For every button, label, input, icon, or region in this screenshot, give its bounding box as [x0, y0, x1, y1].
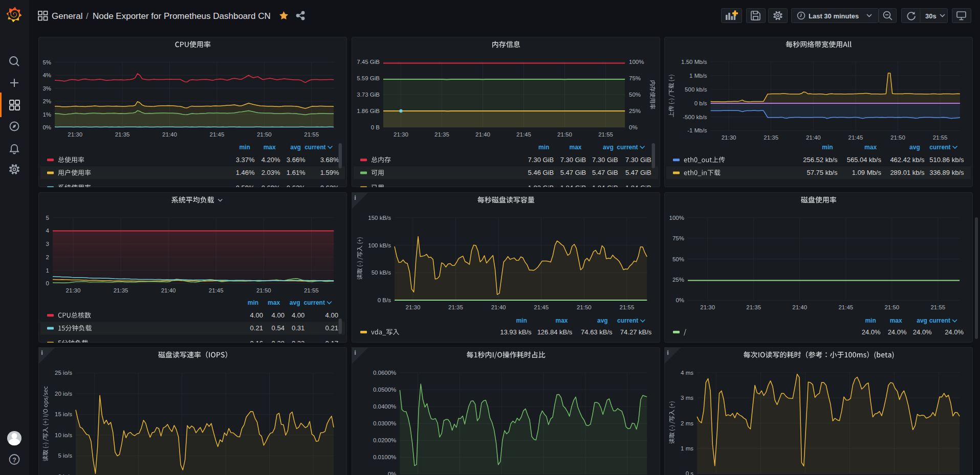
svg-text:21:45: 21:45 — [848, 134, 863, 141]
svg-text:21:35: 21:35 — [114, 287, 128, 293]
svg-text:21:30: 21:30 — [68, 131, 82, 138]
svg-text:21:50: 21:50 — [884, 304, 899, 310]
svg-text:0.54: 0.54 — [272, 324, 285, 332]
svg-text:21:55: 21:55 — [598, 131, 613, 138]
svg-text:0.0100%: 0.0100% — [373, 454, 396, 460]
svg-text:current: current — [617, 144, 638, 151]
svg-text:21:55: 21:55 — [933, 134, 948, 141]
svg-text:25 io/s: 25 io/s — [55, 370, 72, 376]
svg-text:i: i — [667, 349, 669, 356]
svg-text:100%: 100% — [669, 214, 684, 220]
svg-text:5.46 GiB: 5.46 GiB — [528, 169, 554, 176]
svg-text:2%: 2% — [42, 98, 51, 104]
svg-text:7.30 GiB: 7.30 GiB — [560, 156, 586, 164]
svg-text:21:30: 21:30 — [66, 287, 81, 293]
svg-text:21:40: 21:40 — [475, 131, 490, 138]
svg-text:21:30: 21:30 — [394, 131, 408, 138]
svg-text:4: 4 — [46, 228, 50, 234]
svg-text:max: max — [864, 144, 877, 151]
svg-text:21:35: 21:35 — [434, 131, 449, 138]
svg-text:1.09 Mb/s: 1.09 Mb/s — [852, 169, 882, 176]
svg-text:21:50: 21:50 — [257, 131, 272, 138]
svg-text:1.84 GiB: 1.84 GiB — [592, 184, 618, 187]
svg-text:126.84 kB/s: 126.84 kB/s — [537, 328, 573, 335]
svg-text:/: / — [86, 11, 89, 21]
svg-text:24.0%: 24.0% — [913, 328, 932, 335]
svg-text:0: 0 — [46, 280, 49, 286]
svg-text:21:45: 21:45 — [516, 131, 531, 138]
svg-text:336.89 kb/s: 336.89 kb/s — [929, 169, 964, 176]
svg-text:0.0600%: 0.0600% — [373, 370, 396, 376]
svg-text:-1 Mb/s: -1 Mb/s — [687, 127, 707, 133]
svg-text:?: ? — [12, 457, 16, 464]
svg-text:21:45: 21:45 — [210, 131, 225, 138]
svg-text:150 kB/s: 150 kB/s — [368, 214, 391, 220]
svg-text:1: 1 — [46, 267, 49, 273]
svg-text:7.45 GiB: 7.45 GiB — [357, 59, 380, 65]
svg-text:1 ms: 1 ms — [681, 445, 693, 451]
svg-text:75%: 75% — [629, 75, 641, 81]
svg-text:3.66%: 3.66% — [287, 156, 306, 164]
svg-text:7.30 GiB: 7.30 GiB — [592, 156, 618, 164]
svg-text:21:40: 21:40 — [162, 131, 177, 138]
svg-text:0.63%: 0.63% — [287, 184, 306, 187]
svg-text:21:45: 21:45 — [209, 287, 224, 293]
svg-text:0.21: 0.21 — [250, 324, 263, 332]
svg-text:21:30: 21:30 — [722, 134, 736, 141]
svg-text:4 ms: 4 ms — [681, 370, 693, 376]
svg-text:21:50: 21:50 — [577, 304, 592, 310]
svg-text:3 ms: 3 ms — [681, 395, 693, 401]
svg-text:0.21: 0.21 — [325, 324, 338, 332]
svg-text:24.0%: 24.0% — [888, 328, 907, 335]
svg-text:50 kB/s: 50 kB/s — [372, 269, 391, 276]
svg-text:min: min — [248, 299, 258, 306]
svg-text:min: min — [516, 317, 527, 324]
svg-text:1.84 GiB: 1.84 GiB — [560, 184, 586, 187]
svg-text:74.27 kB/s: 74.27 kB/s — [620, 328, 652, 335]
svg-text:3.37%: 3.37% — [236, 156, 255, 164]
svg-text:0.31: 0.31 — [292, 324, 304, 332]
svg-text:510.86 kb/s: 510.86 kb/s — [929, 156, 964, 164]
svg-text:min: min — [538, 144, 549, 151]
svg-text:1.61%: 1.61% — [287, 169, 306, 176]
svg-text:-500 kb/s: -500 kb/s — [683, 114, 707, 120]
svg-text:21:35: 21:35 — [764, 134, 778, 141]
svg-text:4.00: 4.00 — [292, 311, 304, 319]
svg-text:1.46%: 1.46% — [236, 169, 255, 176]
svg-text:21:35: 21:35 — [115, 131, 130, 138]
svg-text:0%: 0% — [676, 297, 684, 303]
svg-text:4.00: 4.00 — [325, 311, 338, 319]
svg-text:current: current — [304, 144, 325, 151]
svg-text:5 io/s: 5 io/s — [58, 453, 73, 459]
svg-text:0.59%: 0.59% — [236, 184, 255, 187]
svg-text:5.47 GiB: 5.47 GiB — [560, 169, 586, 176]
svg-text:avg: avg — [909, 144, 920, 151]
svg-text:0.17: 0.17 — [325, 339, 338, 342]
svg-text:21:50: 21:50 — [890, 134, 905, 141]
svg-text:1%: 1% — [42, 111, 51, 118]
svg-text:0 b/s: 0 b/s — [694, 100, 707, 106]
svg-text:21:55: 21:55 — [304, 287, 319, 293]
svg-text:0.22: 0.22 — [292, 339, 304, 342]
svg-text:30s: 30s — [925, 12, 937, 20]
svg-text:max: max — [890, 317, 902, 324]
svg-text:25%: 25% — [672, 276, 684, 282]
svg-text:0.69%: 0.69% — [262, 184, 280, 187]
svg-text:3: 3 — [46, 241, 49, 247]
svg-text:4.00: 4.00 — [250, 311, 263, 319]
svg-text:21:45: 21:45 — [534, 304, 549, 310]
svg-text:2: 2 — [46, 254, 49, 260]
svg-text:max: max — [264, 144, 276, 151]
svg-text:5.47 GiB: 5.47 GiB — [625, 169, 651, 176]
svg-text:5: 5 — [46, 214, 49, 220]
svg-text:max: max — [555, 317, 568, 324]
svg-text:21:55: 21:55 — [304, 131, 319, 138]
svg-text:avg: avg — [597, 317, 608, 324]
svg-text:21:40: 21:40 — [806, 134, 821, 141]
svg-text:1.83 GiB: 1.83 GiB — [528, 184, 554, 187]
svg-text:0%: 0% — [629, 124, 638, 130]
svg-text:0.0300%: 0.0300% — [373, 420, 396, 426]
svg-text:24.0%: 24.0% — [945, 328, 964, 335]
svg-text:0%: 0% — [42, 124, 51, 130]
svg-text:0 B/s: 0 B/s — [378, 297, 391, 303]
